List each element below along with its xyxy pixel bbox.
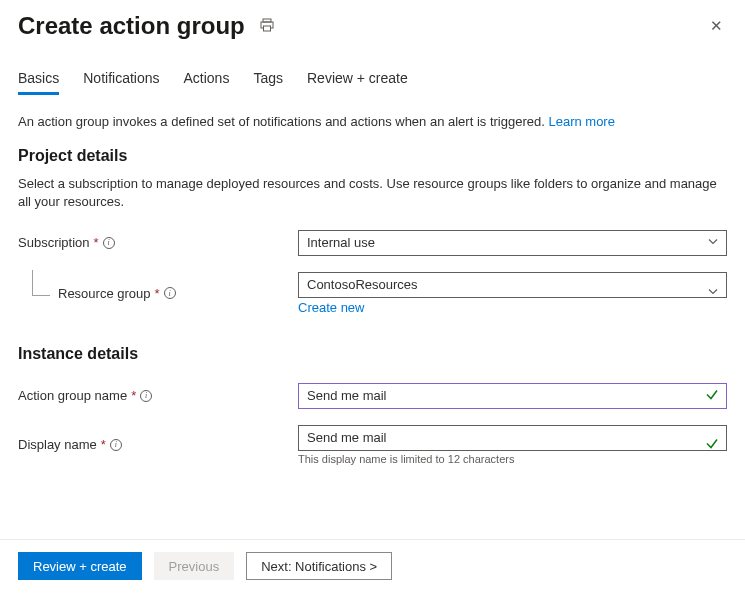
resource-group-select[interactable]: ContosoResources bbox=[298, 272, 727, 298]
info-icon[interactable]: i bbox=[103, 237, 115, 249]
tabs-nav: Basics Notifications Actions Tags Review… bbox=[18, 70, 727, 95]
tree-elbow-icon bbox=[32, 270, 50, 296]
next-notifications-button[interactable]: Next: Notifications > bbox=[246, 552, 392, 580]
info-icon[interactable]: i bbox=[164, 287, 176, 299]
review-create-button[interactable]: Review + create bbox=[18, 552, 142, 580]
tab-tags[interactable]: Tags bbox=[253, 70, 283, 95]
create-new-link[interactable]: Create new bbox=[298, 300, 364, 315]
project-details-heading: Project details bbox=[18, 147, 727, 165]
tab-actions[interactable]: Actions bbox=[184, 70, 230, 95]
info-icon[interactable]: i bbox=[140, 390, 152, 402]
required-asterisk: * bbox=[94, 235, 99, 250]
project-details-desc: Select a subscription to manage deployed… bbox=[18, 175, 727, 211]
print-icon[interactable] bbox=[259, 17, 275, 36]
svg-rect-2 bbox=[263, 26, 270, 31]
action-group-name-input[interactable] bbox=[298, 383, 727, 409]
display-name-helper: This display name is limited to 12 chara… bbox=[298, 453, 727, 465]
resource-group-label: Resource group * i bbox=[18, 286, 298, 301]
info-icon[interactable]: i bbox=[110, 439, 122, 451]
previous-button: Previous bbox=[154, 552, 235, 580]
page-header: Create action group ✕ bbox=[18, 12, 727, 40]
tab-review-create[interactable]: Review + create bbox=[307, 70, 408, 95]
display-name-input[interactable] bbox=[298, 425, 727, 451]
subscription-label: Subscription * i bbox=[18, 235, 298, 250]
intro-body: An action group invokes a defined set of… bbox=[18, 114, 548, 129]
intro-text: An action group invokes a defined set of… bbox=[18, 113, 727, 131]
close-icon[interactable]: ✕ bbox=[710, 17, 727, 35]
required-asterisk: * bbox=[101, 437, 106, 452]
display-name-label: Display name * i bbox=[18, 437, 298, 452]
page-title: Create action group bbox=[18, 12, 245, 40]
instance-details-heading: Instance details bbox=[18, 345, 727, 363]
tab-notifications[interactable]: Notifications bbox=[83, 70, 159, 95]
required-asterisk: * bbox=[131, 388, 136, 403]
action-group-name-label: Action group name * i bbox=[18, 388, 298, 403]
required-asterisk: * bbox=[155, 286, 160, 301]
subscription-select[interactable]: Internal use bbox=[298, 230, 727, 256]
footer-actions: Review + create Previous Next: Notificat… bbox=[0, 539, 745, 594]
tab-basics[interactable]: Basics bbox=[18, 70, 59, 95]
learn-more-link[interactable]: Learn more bbox=[548, 114, 614, 129]
